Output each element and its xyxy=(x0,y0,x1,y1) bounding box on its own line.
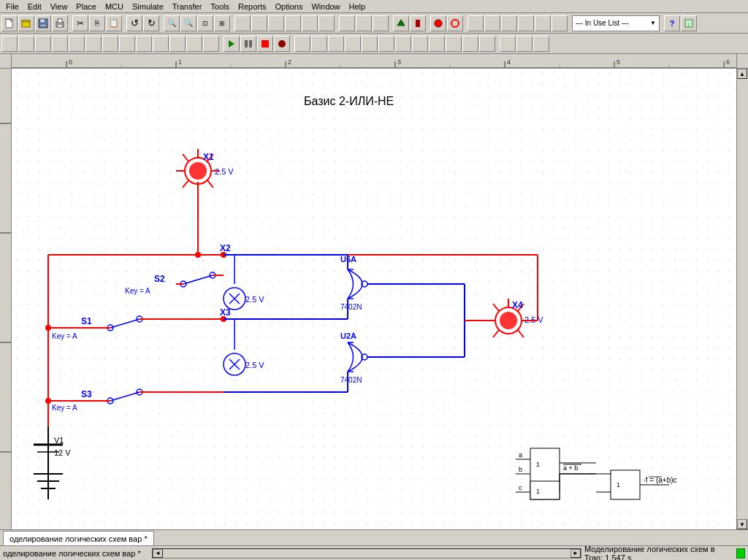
svg-rect-22 xyxy=(262,40,269,47)
tb-zoom-out[interactable]: 🔍 xyxy=(180,15,196,31)
tab-circuit[interactable]: оделирование логических схем вар * xyxy=(3,531,154,545)
tb-b11[interactable] xyxy=(410,15,426,31)
menu-help[interactable]: Help xyxy=(345,0,370,13)
svg-text:1: 1 xyxy=(617,481,620,488)
tb-sim9[interactable] xyxy=(429,36,445,52)
tb-paste[interactable]: 📋 xyxy=(106,15,122,31)
tb-b13[interactable] xyxy=(447,15,463,31)
svg-text:b: b xyxy=(519,466,522,473)
tb-s11[interactable] xyxy=(169,36,186,52)
scrollbar-vertical[interactable]: ▲ ▼ xyxy=(736,69,748,529)
tb-info[interactable]: i xyxy=(681,15,697,31)
tb-sim4[interactable] xyxy=(345,36,361,52)
tb-new[interactable] xyxy=(1,15,18,31)
svg-text:3: 3 xyxy=(397,58,401,66)
menu-place[interactable]: Place xyxy=(72,0,101,13)
tb-s9[interactable] xyxy=(136,36,152,52)
tb-s7[interactable] xyxy=(102,36,118,52)
svg-text:5: 5 xyxy=(617,58,620,66)
tb-b3[interactable] xyxy=(268,15,284,31)
tab-bar: оделирование логических схем вар * xyxy=(0,529,748,545)
tb-s6[interactable] xyxy=(85,36,102,52)
tb-run[interactable] xyxy=(224,36,240,52)
tb-zoom-in[interactable]: 🔍 xyxy=(164,15,180,31)
svg-text:X3: X3 xyxy=(220,307,231,318)
tb-s8[interactable] xyxy=(119,36,135,52)
tb-save[interactable] xyxy=(35,15,51,31)
tb-pause[interactable] xyxy=(240,36,256,52)
scrollbar-horizontal[interactable]: ◄ ► xyxy=(152,548,581,559)
tb-b9[interactable] xyxy=(373,15,389,31)
toolbar-simulation xyxy=(0,34,748,54)
tb-sim6[interactable] xyxy=(378,36,394,52)
tb-b10[interactable] xyxy=(393,15,409,31)
menu-edit[interactable]: Edit xyxy=(23,0,46,13)
tb-help[interactable]: ? xyxy=(664,15,680,31)
tb-b1[interactable] xyxy=(234,15,251,31)
menu-file[interactable]: File xyxy=(1,0,23,13)
tb-b14[interactable] xyxy=(468,15,484,31)
tb-s3[interactable] xyxy=(35,36,51,52)
tb-b4[interactable] xyxy=(285,15,301,31)
tb-sim10[interactable] xyxy=(446,36,462,52)
tb-b18[interactable] xyxy=(535,15,551,31)
status-filename: оделирование логических схем вар * xyxy=(3,549,149,558)
menu-window[interactable]: Window xyxy=(307,0,344,13)
menu-mcu[interactable]: MCU xyxy=(101,0,128,13)
tb-stop[interactable] xyxy=(257,36,273,52)
tb-sim15[interactable] xyxy=(533,36,549,52)
tb-s12[interactable] xyxy=(186,36,202,52)
tb-zoom-fit[interactable]: ⊞ xyxy=(214,15,230,31)
tb-sim8[interactable] xyxy=(412,36,428,52)
tb-b8[interactable] xyxy=(356,15,372,31)
tb-s13[interactable] xyxy=(203,36,219,52)
svg-point-151 xyxy=(45,398,51,404)
tb-b16[interactable] xyxy=(501,15,517,31)
tb-sim7[interactable] xyxy=(395,36,411,52)
menu-transfer[interactable]: Transfer xyxy=(168,0,207,13)
scroll-up-button[interactable]: ▲ xyxy=(737,69,747,79)
svg-text:S3: S3 xyxy=(81,389,92,399)
menu-view[interactable]: View xyxy=(46,0,72,13)
menu-simulate[interactable]: Simulate xyxy=(128,0,168,13)
tb-s2[interactable] xyxy=(18,36,34,52)
tb-b17[interactable] xyxy=(518,15,534,31)
tb-b15[interactable] xyxy=(484,15,500,31)
tb-sim14[interactable] xyxy=(516,36,533,52)
tb-b12[interactable] xyxy=(430,15,446,31)
tb-sim5[interactable] xyxy=(362,36,378,52)
tb-b5[interactable] xyxy=(302,15,318,31)
tb-s1[interactable] xyxy=(1,36,18,52)
tb-redo[interactable]: ↻ xyxy=(143,15,159,31)
tb-undo[interactable]: ↺ xyxy=(126,15,142,31)
tb-b7[interactable] xyxy=(339,15,355,31)
in-use-list-dropdown[interactable]: --- In Use List --- ▼ xyxy=(572,15,660,31)
tb-b6[interactable] xyxy=(318,15,335,31)
tb-copy[interactable]: ⎘ xyxy=(89,15,105,31)
menu-reports[interactable]: Reports xyxy=(234,0,271,13)
tb-zoom-area[interactable]: ⊡ xyxy=(197,15,213,31)
tb-print[interactable] xyxy=(52,15,68,31)
tb-record[interactable] xyxy=(274,36,290,52)
svg-point-143 xyxy=(500,312,517,329)
tb-sim2[interactable] xyxy=(311,36,327,52)
tb-sim12[interactable] xyxy=(479,36,495,52)
tb-sim11[interactable] xyxy=(462,36,478,52)
tb-cut[interactable]: ✂ xyxy=(72,15,88,31)
tb-sim1[interactable] xyxy=(294,36,310,52)
tb-s10[interactable] xyxy=(153,36,169,52)
menu-tools[interactable]: Tools xyxy=(206,0,234,13)
tb-b19[interactable] xyxy=(552,15,568,31)
tb-open[interactable] xyxy=(18,15,34,31)
scroll-down-button[interactable]: ▼ xyxy=(737,519,747,529)
tb-s4[interactable] xyxy=(52,36,68,52)
circuit-canvas[interactable]: Базис 2-ИЛИ-НЕ V1 12 V xyxy=(12,69,736,529)
menu-options[interactable]: Options xyxy=(271,0,308,13)
tb-sim3[interactable] xyxy=(328,36,344,52)
svg-text:U2A: U2A xyxy=(340,331,356,340)
scroll-left-button[interactable]: ◄ xyxy=(153,549,163,558)
tb-s5[interactable] xyxy=(69,36,85,52)
tb-sim13[interactable] xyxy=(500,36,516,52)
scroll-right-button[interactable]: ► xyxy=(570,549,581,558)
tb-b2[interactable] xyxy=(251,15,267,31)
